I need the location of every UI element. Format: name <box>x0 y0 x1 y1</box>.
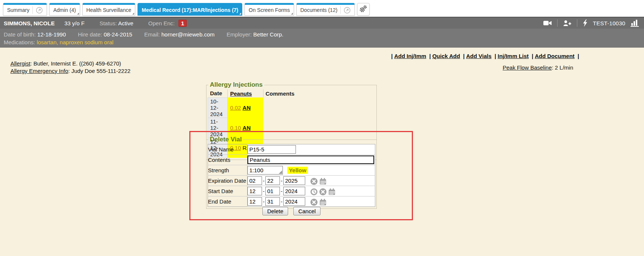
employer-label: Employer: <box>227 31 252 38</box>
date-separator: - <box>281 188 282 194</box>
clear-date-icon[interactable] <box>319 188 326 195</box>
dropdown-fold-icon <box>77 13 79 15</box>
clock-icon[interactable] <box>310 188 318 195</box>
employer-value: Better Corp. <box>253 31 284 38</box>
patient-age-sex: 33 y/o F <box>64 20 85 26</box>
tab-medical-record[interactable]: Medical Record (17):MAR/Injections (7) <box>138 3 242 16</box>
divider <box>557 19 558 27</box>
clear-date-icon[interactable] <box>310 199 318 206</box>
video-camera-icon[interactable] <box>543 20 552 26</box>
status-label: Status: <box>100 20 117 26</box>
end-year-input[interactable] <box>283 197 305 206</box>
dose-link[interactable]: 0.02 <box>230 105 241 111</box>
reaction-link[interactable]: AN <box>243 105 251 111</box>
popup-arrow-icon[interactable] <box>344 7 351 14</box>
popup-arrow-icon[interactable] <box>36 7 43 14</box>
tab-admin-label: Admin (4) <box>53 7 76 13</box>
peak-flow-value: : 2 L/min <box>552 64 573 71</box>
date-separator: - <box>263 198 265 205</box>
delete-button[interactable]: Delete <box>262 207 288 215</box>
tab-health-surveillance-label: Health Surveillance <box>86 7 132 13</box>
status-value: Active <box>118 20 133 26</box>
cancel-button[interactable]: Cancel <box>293 207 321 215</box>
date-separator: - <box>281 177 282 184</box>
separator: | <box>495 53 496 59</box>
tab-admin[interactable]: Admin (4) <box>49 3 80 16</box>
add-vials-link[interactable]: Add Vials <box>466 53 492 59</box>
col-date: Date <box>208 89 228 97</box>
dob-label: Date of birth: <box>4 31 36 38</box>
patient-header-bar: SIMMONS, NICOLE 33 y/o F Status: Active … <box>0 17 644 29</box>
start-month-input[interactable] <box>247 187 262 195</box>
medications-label: Medications: <box>4 39 35 45</box>
add-inj-imm-link[interactable]: Add Inj/Imm <box>394 53 426 59</box>
col-peanuts-link[interactable]: Peanuts <box>230 90 252 97</box>
expiration-month-input[interactable] <box>247 176 262 185</box>
delete-vial-form: Vial Name Contents Strength Yel <box>208 144 375 207</box>
vial-name-input[interactable] <box>247 145 296 154</box>
end-day-input[interactable] <box>265 197 280 206</box>
dose-link[interactable]: 0.10 <box>230 125 241 131</box>
calendar-icon[interactable] <box>319 178 326 185</box>
tab-bar: Summary Admin (4) Health Surveillance Me… <box>0 0 644 17</box>
start-date-label: Start Date <box>208 186 247 196</box>
vial-color-tag: Yellow <box>287 167 308 174</box>
strength-input[interactable] <box>247 166 283 175</box>
medication-link-losartan[interactable]: losartan <box>37 39 56 45</box>
patient-name[interactable]: SIMMONS, NICOLE <box>4 20 55 26</box>
delete-vial-title: Delete Vial <box>208 136 243 143</box>
table-row: 10-12-2024 0.02 AN <box>208 97 375 118</box>
injection-comments <box>263 118 375 138</box>
tab-documents[interactable]: Documents (12) <box>296 3 355 16</box>
tab-health-surveillance[interactable]: Health Surveillance <box>82 3 136 16</box>
settings-gears-button[interactable] <box>357 3 370 16</box>
add-person-icon[interactable] <box>563 20 572 27</box>
allergy-emergency-value: : Judy Doe 555-111-2222 <box>68 68 130 74</box>
start-day-input[interactable] <box>265 187 280 195</box>
hire-date-label: Hire date: <box>78 31 102 38</box>
form-row-expiration-date: Expiration Date -- <box>208 176 375 186</box>
allergist-link[interactable]: Allergist <box>10 60 30 67</box>
open-enc-badge[interactable]: 1 <box>179 20 187 27</box>
injection-date: 10-12-2024 <box>208 97 228 118</box>
expiration-year-input[interactable] <box>283 176 305 185</box>
quick-add-link[interactable]: Quick Add <box>432 53 460 59</box>
tab-on-screen-forms[interactable]: On Screen Forms <box>244 3 294 16</box>
lightning-icon[interactable] <box>583 19 588 27</box>
expiration-day-input[interactable] <box>265 176 280 185</box>
separator: | <box>429 53 431 59</box>
dob-value: 12-18-1990 <box>37 31 66 38</box>
peak-flow-baseline-link[interactable]: Peak Flow Baseline <box>503 64 552 71</box>
injection-date: 11-12-2024 <box>208 118 228 138</box>
resize-grip-icon[interactable] <box>279 170 282 174</box>
form-row-strength: Strength Yellow <box>208 165 375 176</box>
end-month-input[interactable] <box>247 197 262 206</box>
tab-summary[interactable]: Summary <box>3 3 47 16</box>
demographics-bar: Date of birth: 12-18-1990 Hire date: 08-… <box>0 29 644 48</box>
gears-icon <box>359 5 367 14</box>
bar-chart-icon[interactable] <box>631 19 639 27</box>
calendar-icon[interactable] <box>319 199 326 206</box>
injection-comments <box>263 97 375 118</box>
medication-link-naproxen[interactable]: naproxen sodium oral <box>60 39 113 45</box>
contents-input[interactable] <box>247 156 374 164</box>
allergy-injections-title: Allergy Injections <box>208 81 264 89</box>
vial-name-label: Vial Name <box>208 144 247 155</box>
tab-on-screen-forms-label: On Screen Forms <box>249 7 290 13</box>
clear-date-icon[interactable] <box>310 178 318 185</box>
email-value: horner@mieweb.com <box>161 31 215 38</box>
open-enc-label: Open Enc: <box>148 20 175 26</box>
form-row-contents: Contents <box>208 155 375 165</box>
add-document-link[interactable]: Add Document <box>535 53 575 59</box>
calendar-icon[interactable] <box>328 188 335 195</box>
dropdown-fold-icon <box>239 13 241 15</box>
contents-label: Contents <box>208 155 247 165</box>
start-year-input[interactable] <box>283 187 305 195</box>
tab-summary-label: Summary <box>7 7 29 13</box>
dropdown-fold-icon <box>132 13 134 15</box>
date-separator: - <box>281 198 282 205</box>
date-separator: - <box>263 188 265 194</box>
reaction-link[interactable]: AN <box>243 125 251 131</box>
allergy-emergency-info-link[interactable]: Allergy Emergency Info <box>10 68 68 74</box>
inj-imm-list-link[interactable]: Inj/Imm List <box>498 53 528 59</box>
